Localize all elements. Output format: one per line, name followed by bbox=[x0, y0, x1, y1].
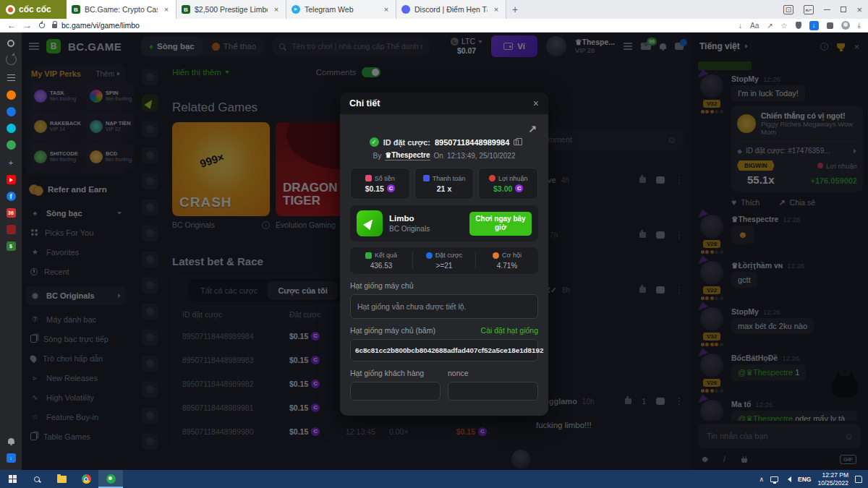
download-manager-icon[interactable]: ↓ bbox=[7, 453, 16, 463]
new-tab-button[interactable] bbox=[506, 0, 524, 19]
red-app-icon[interactable]: 36 bbox=[7, 208, 16, 218]
bet-target-value: >=21 bbox=[436, 262, 453, 270]
client-seed-label: Hạt giống khách hàng bbox=[350, 369, 424, 377]
reading-list-icon[interactable] bbox=[7, 77, 15, 79]
share-icon[interactable]: ↗ bbox=[528, 123, 537, 134]
orange-app-icon[interactable] bbox=[7, 90, 16, 100]
history-icon[interactable] bbox=[6, 54, 17, 65]
url-text: bc.game/vi/game/limbo bbox=[61, 21, 140, 30]
tab-close-icon[interactable] bbox=[162, 5, 171, 14]
tab-limbo-challenge[interactable]: $2,500 Prestige Limbo Challe bbox=[176, 0, 286, 19]
amount-stat: Số tiền $0.15 bbox=[350, 168, 410, 200]
back-icon[interactable]: ← bbox=[7, 20, 16, 30]
tab-title: $2,500 Prestige Limbo Challe bbox=[195, 5, 268, 14]
modal-title: Chi tiết bbox=[349, 98, 380, 108]
modal-close-icon[interactable] bbox=[533, 98, 539, 109]
screen: cốc cốc BC.Game: Crypto Casino Gan $2,50… bbox=[0, 0, 868, 488]
browser-tab-strip: cốc cốc BC.Game: Crypto Casino Gan $2,50… bbox=[0, 0, 868, 19]
chance-value: 4.71% bbox=[497, 262, 517, 270]
amount-icon bbox=[365, 175, 372, 181]
game-row: Limbo BC Originals Chơi ngay bây giờ bbox=[350, 205, 538, 241]
minimize-icon[interactable] bbox=[824, 9, 830, 10]
maximize-icon[interactable] bbox=[841, 7, 846, 12]
bcgame-favicon bbox=[182, 5, 190, 14]
youtube-icon[interactable] bbox=[7, 175, 16, 184]
bet-detail-modal: Chi tiết ↗ ✓ ID đặt cược: 89507118448989… bbox=[340, 93, 548, 416]
network-icon[interactable] bbox=[770, 476, 778, 482]
player-name[interactable]: ♛Thespectre bbox=[385, 151, 430, 160]
tab-title: Telegram Web bbox=[305, 5, 378, 14]
adblock-shield-icon[interactable] bbox=[796, 22, 801, 29]
share-icon[interactable]: ↗ bbox=[767, 22, 773, 30]
translate-icon[interactable]: Aa bbox=[750, 22, 759, 30]
taskbar-time: 12:27 PM bbox=[817, 471, 848, 479]
server-seed-hash-field[interactable]: 6c8c81cc2b800bcb8042688adfad407cf52a5ce1… bbox=[350, 339, 538, 361]
bet-id-value: 89507118448989984 bbox=[435, 138, 509, 147]
tab-close-icon[interactable] bbox=[492, 5, 501, 14]
tab-bcgame[interactable]: BC.Game: Crypto Casino Gan bbox=[67, 0, 176, 19]
coin-icon bbox=[515, 184, 523, 192]
tab-telegram[interactable]: Telegram Web bbox=[286, 0, 396, 19]
money-app-icon[interactable]: $ bbox=[7, 241, 16, 251]
play-now-button[interactable]: Chơi ngay bây giờ bbox=[469, 212, 532, 236]
volume-icon[interactable] bbox=[785, 476, 791, 482]
nonce-field[interactable] bbox=[448, 382, 538, 401]
chrome-icon[interactable] bbox=[74, 470, 98, 488]
coccoc-taskbar-icon[interactable] bbox=[98, 470, 123, 488]
payout-stat: Thanh toán 21 x bbox=[414, 168, 475, 200]
seed-settings-link[interactable]: Cài đặt hạt giống bbox=[481, 326, 538, 335]
tab-discord[interactable]: Discord | Điểm Hẹn Tân Gấu bbox=[396, 0, 506, 19]
coccoc-brand-text: cốc cốc bbox=[19, 4, 51, 14]
toolbar-icons: ↓ Aa ↗ ☆ ↓ ⤓ bbox=[739, 21, 861, 30]
action-center-icon[interactable] bbox=[855, 476, 862, 483]
close-window-icon[interactable] bbox=[856, 4, 862, 15]
game-name: Limbo bbox=[389, 214, 430, 223]
screenshot-icon[interactable]: ⊡ bbox=[783, 5, 793, 14]
reload-icon[interactable] bbox=[39, 22, 45, 28]
bet-datetime: 12:13:49, 25/10/2022 bbox=[447, 152, 516, 160]
green-app-icon[interactable] bbox=[7, 140, 16, 150]
facebook-icon[interactable]: f bbox=[7, 192, 16, 201]
extensions-icon[interactable] bbox=[827, 22, 833, 29]
add-app-icon[interactable]: + bbox=[6, 157, 17, 168]
result-icon bbox=[365, 252, 372, 259]
settings-gear-icon[interactable] bbox=[7, 40, 14, 47]
taskbar-clock[interactable]: 12:27 PM 10/25/2022 bbox=[817, 471, 848, 487]
maroon-app-icon[interactable] bbox=[7, 225, 16, 234]
notifications-bell-icon[interactable] bbox=[6, 435, 17, 446]
browser-side-rail: + f 36 $ ↓ bbox=[0, 33, 22, 470]
server-seed-field[interactable]: Hạt giống vẫn chưa được tiết lộ. bbox=[350, 294, 538, 319]
blue-app-icon[interactable] bbox=[7, 107, 16, 116]
session-restore-icon[interactable]: ↜ bbox=[804, 5, 814, 14]
active-download-icon[interactable]: ↓ bbox=[809, 21, 819, 30]
content: + f 36 $ ↓ B BC.GAME ♦ Sòng bạ bbox=[0, 33, 868, 470]
save-page-icon[interactable]: ↓ bbox=[739, 22, 742, 30]
client-seed-field[interactable] bbox=[350, 382, 441, 401]
bookmark-star-icon[interactable]: ☆ bbox=[781, 22, 788, 30]
copy-icon[interactable] bbox=[514, 140, 519, 145]
tray-expand-icon[interactable]: ∧ bbox=[759, 476, 764, 483]
profit-icon bbox=[489, 175, 495, 181]
start-button[interactable] bbox=[0, 470, 25, 488]
forward-icon[interactable]: → bbox=[23, 20, 32, 30]
server-seed-hash-label: Hạt giống máy chủ (băm) bbox=[350, 326, 435, 335]
teal-app-icon[interactable] bbox=[7, 124, 16, 133]
downloads-tray-icon[interactable]: ⤓ bbox=[858, 21, 861, 30]
lock-icon[interactable] bbox=[52, 24, 57, 28]
result-value: 436.53 bbox=[370, 262, 393, 270]
taskbar-search-icon[interactable] bbox=[25, 470, 49, 488]
address-bar: ← → bc.game/vi/game/limbo ↓ Aa ↗ ☆ ↓ ⤓ bbox=[0, 19, 868, 33]
telegram-favicon bbox=[292, 5, 300, 14]
game-provider: BC Originals bbox=[389, 225, 430, 233]
url-field[interactable]: bc.game/vi/game/limbo bbox=[52, 21, 731, 30]
payout-icon bbox=[423, 175, 430, 181]
file-explorer-icon[interactable] bbox=[49, 470, 74, 488]
coin-icon bbox=[387, 184, 395, 192]
tab-close-icon[interactable] bbox=[272, 5, 281, 14]
server-seed-label: Hạt giống máy chủ bbox=[350, 281, 414, 290]
language-indicator[interactable]: ENG bbox=[798, 476, 811, 483]
browser-profile-icon[interactable] bbox=[841, 21, 850, 30]
result-stats: Kết quả 436.53 Đặt cược >=21 Cơ hội 4.71… bbox=[350, 247, 538, 274]
coccoc-brand[interactable]: cốc cốc bbox=[0, 0, 67, 19]
tab-close-icon[interactable] bbox=[382, 5, 391, 14]
